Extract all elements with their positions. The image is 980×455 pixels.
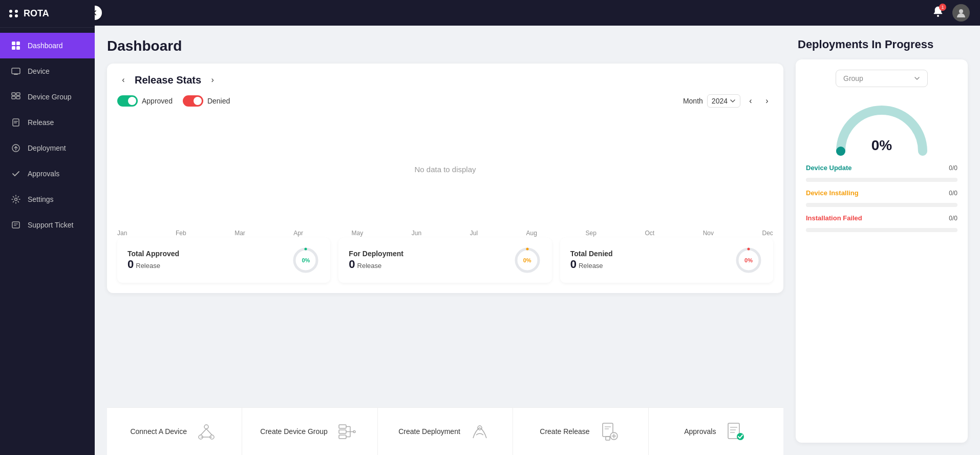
sidebar-item-release[interactable]: Release bbox=[0, 110, 95, 135]
year-select[interactable]: 2024 bbox=[707, 94, 740, 108]
stats-title: Release Stats bbox=[135, 74, 201, 86]
release-icon bbox=[10, 117, 22, 128]
main-area: 1 Dashboard ‹ Release Stats › bbox=[95, 0, 980, 455]
create-deployment-label: Create Deployment bbox=[398, 427, 460, 436]
svg-rect-11 bbox=[14, 121, 18, 122]
svg-rect-1 bbox=[16, 42, 20, 45]
group-placeholder: Group bbox=[843, 74, 863, 82]
installation-failed-label: Installation Failed bbox=[806, 214, 862, 222]
for-deployment-donut: 0% bbox=[513, 246, 542, 275]
month-aug: Aug bbox=[526, 230, 537, 237]
total-approved-count: 0 bbox=[127, 258, 134, 271]
total-approved-percent: 0% bbox=[302, 257, 310, 263]
create-device-group-card[interactable]: Create Device Group bbox=[242, 408, 377, 455]
sidebar-item-device-label: Device bbox=[28, 67, 50, 75]
support-ticket-icon bbox=[10, 219, 22, 231]
device-update-bar-bg bbox=[806, 178, 957, 182]
svg-rect-6 bbox=[12, 93, 15, 95]
stat-box-for-deployment: For Deployment 0 Release 0% bbox=[338, 238, 551, 283]
sidebar-item-deployment-label: Deployment bbox=[28, 144, 66, 152]
chart-toggles: Approved Denied bbox=[117, 95, 230, 107]
content-area: Dashboard ‹ Release Stats › Approved bbox=[95, 26, 980, 455]
stat-box-total-approved: Total Approved 0 Release 0% bbox=[117, 238, 330, 283]
month-jan: Jan bbox=[117, 230, 127, 237]
device-update-label: Device Update bbox=[806, 164, 852, 172]
collapse-sidebar-button[interactable] bbox=[95, 6, 102, 20]
release-stats-card: ‹ Release Stats › Approved bbox=[107, 64, 783, 293]
chart-xaxis: Jan Feb Mar Apr May Jun Jul Aug Sep Oct … bbox=[117, 225, 773, 237]
create-release-card[interactable]: Create Release bbox=[513, 408, 648, 455]
approved-label: Approved bbox=[142, 97, 173, 105]
settings-icon bbox=[10, 194, 22, 205]
svg-rect-44 bbox=[606, 437, 610, 440]
chart-area: No data to display bbox=[117, 113, 773, 225]
total-denied-count: 0 bbox=[570, 258, 577, 271]
for-deployment-percent: 0% bbox=[523, 257, 531, 263]
left-panel: Dashboard ‹ Release Stats › Approved bbox=[95, 26, 796, 455]
sidebar: ROTA Dashboard Device bbox=[0, 0, 95, 455]
total-denied-donut: 0% bbox=[734, 246, 763, 275]
month-nov: Nov bbox=[703, 230, 714, 237]
notification-badge: 1 bbox=[939, 4, 946, 11]
svg-rect-33 bbox=[339, 425, 346, 428]
no-data-label: No data to display bbox=[414, 165, 476, 174]
svg-rect-12 bbox=[14, 122, 17, 123]
svg-rect-2 bbox=[12, 46, 15, 50]
dashboard-icon bbox=[10, 40, 22, 51]
svg-rect-9 bbox=[16, 96, 20, 99]
deployments-card: Group 0% D bbox=[796, 59, 968, 443]
user-avatar[interactable] bbox=[952, 4, 970, 22]
svg-rect-8 bbox=[12, 96, 15, 99]
device-installing-progress: Device Installing 0/0 bbox=[806, 189, 957, 207]
total-approved-label: Total Approved bbox=[127, 250, 179, 258]
sidebar-item-dashboard-label: Dashboard bbox=[28, 42, 63, 50]
sidebar-item-dashboard[interactable]: Dashboard bbox=[0, 33, 95, 58]
sidebar-item-settings[interactable]: Settings bbox=[0, 187, 95, 212]
svg-point-20 bbox=[959, 9, 963, 13]
installation-failed-progress: Installation Failed 0/0 bbox=[806, 214, 957, 232]
svg-rect-34 bbox=[339, 430, 346, 433]
total-denied-percent: 0% bbox=[744, 257, 753, 263]
chart-next-button[interactable]: › bbox=[761, 95, 773, 107]
month-jul: Jul bbox=[470, 230, 478, 237]
chart-prev-button[interactable]: ‹ bbox=[744, 95, 757, 107]
month-sep: Sep bbox=[586, 230, 596, 237]
svg-rect-7 bbox=[16, 93, 20, 95]
group-select[interactable]: Group bbox=[836, 70, 928, 87]
sidebar-item-support-ticket[interactable]: Support Ticket bbox=[0, 212, 95, 238]
denied-label: Denied bbox=[207, 97, 230, 105]
svg-rect-35 bbox=[339, 435, 346, 439]
svg-point-19 bbox=[937, 15, 939, 17]
gauge-percent: 0% bbox=[871, 137, 892, 154]
denied-toggle-switch[interactable] bbox=[183, 95, 203, 107]
approvals-card[interactable]: Approvals bbox=[649, 408, 783, 455]
device-installing-bar-bg bbox=[806, 203, 957, 207]
device-icon bbox=[10, 66, 22, 77]
denied-toggle[interactable]: Denied bbox=[183, 95, 230, 107]
stats-prev-button[interactable]: ‹ bbox=[117, 74, 130, 86]
svg-rect-16 bbox=[12, 222, 19, 228]
for-deployment-count: 0 bbox=[349, 258, 355, 271]
stat-boxes: Total Approved 0 Release 0% bbox=[117, 238, 773, 283]
sidebar-item-settings-label: Settings bbox=[28, 195, 54, 203]
stats-next-button[interactable]: › bbox=[206, 74, 219, 86]
month-oct: Oct bbox=[645, 230, 654, 237]
sidebar-item-device[interactable]: Device bbox=[0, 58, 95, 84]
app-logo: ROTA bbox=[0, 0, 95, 28]
sidebar-item-approvals[interactable]: Approvals bbox=[0, 161, 95, 187]
right-panel: Deployments In Progress Group 0% bbox=[796, 26, 980, 455]
connect-device-card[interactable]: Connect A Device bbox=[107, 408, 242, 455]
svg-point-27 bbox=[204, 425, 208, 429]
action-bar: Connect A Device Create Device Gr bbox=[107, 407, 783, 455]
notification-button[interactable]: 1 bbox=[932, 6, 944, 20]
sidebar-item-support-ticket-label: Support Ticket bbox=[28, 221, 74, 229]
sidebar-item-device-group[interactable]: Device Group bbox=[0, 84, 95, 110]
sidebar-item-deployment[interactable]: Deployment bbox=[0, 135, 95, 161]
approved-toggle-switch[interactable] bbox=[117, 95, 138, 107]
date-controls: Month 2024 ‹ › bbox=[683, 94, 773, 108]
month-dec: Dec bbox=[762, 230, 773, 237]
month-apr: Apr bbox=[293, 230, 303, 237]
create-deployment-card[interactable]: Create Deployment bbox=[378, 408, 513, 455]
total-approved-sub: Release bbox=[136, 262, 160, 270]
approved-toggle[interactable]: Approved bbox=[117, 95, 173, 107]
